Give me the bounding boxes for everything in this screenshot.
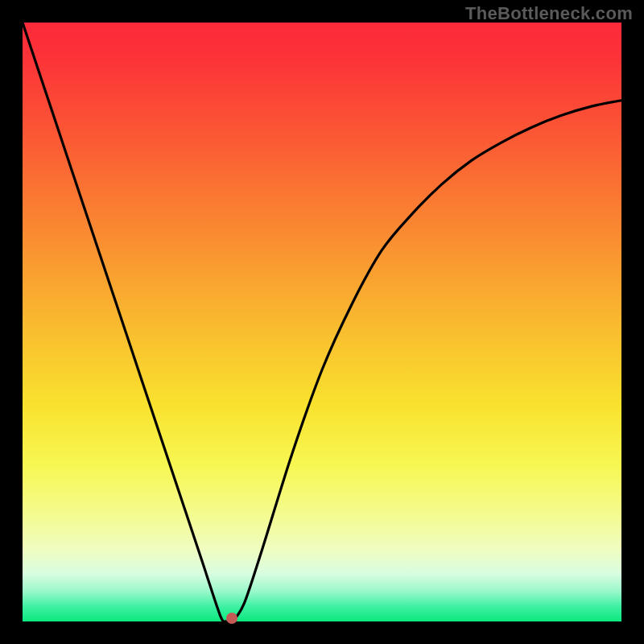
optimum-point-marker [226, 613, 237, 624]
curve-svg [23, 23, 621, 621]
watermark-text: TheBottleneck.com [465, 3, 633, 24]
bottleneck-curve [23, 23, 621, 623]
plot-area [23, 23, 621, 621]
chart-frame: TheBottleneck.com [0, 0, 644, 644]
